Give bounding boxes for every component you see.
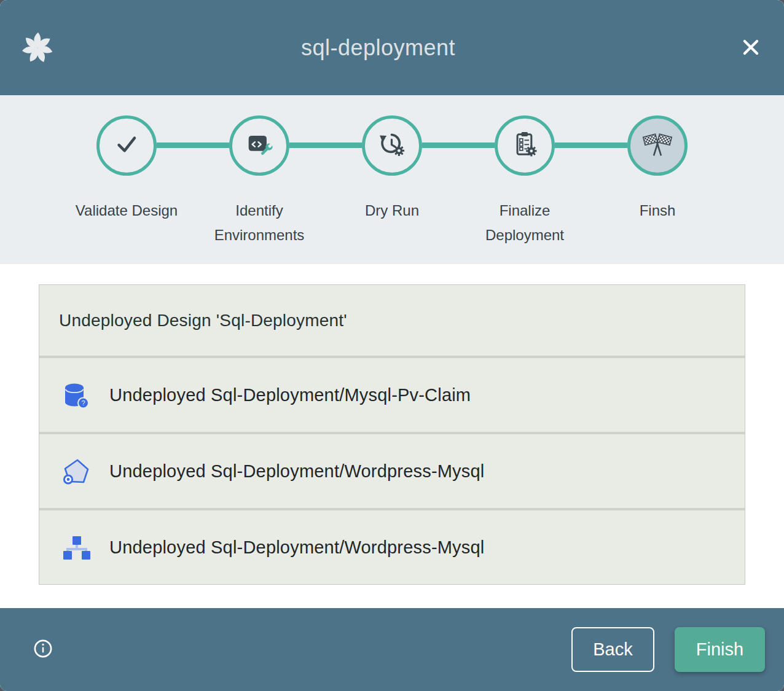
close-icon xyxy=(737,34,764,63)
svg-text:?: ? xyxy=(81,399,85,407)
list-item: Undeployed Sql-Deployment/Wordpress-Mysq… xyxy=(39,510,745,584)
panel-header-text: Undeployed Design 'Sql-Deployment' xyxy=(59,311,347,330)
list-item: Undeployed Sql-Deployment/Wordpress-Mysq… xyxy=(39,434,745,508)
step-finish: Finsh xyxy=(591,115,724,248)
info-button[interactable] xyxy=(29,636,57,663)
titlebar: sql-deployment xyxy=(0,0,784,95)
step-validate-design: Validate Design xyxy=(60,115,193,248)
pentagon-pod-icon xyxy=(61,456,90,486)
step-circle xyxy=(229,115,289,176)
step-circle xyxy=(362,115,422,176)
checkered-flags-icon xyxy=(641,128,673,163)
list-item: ? Undeployed Sql-Deployment/Mysql-Pv-Cla… xyxy=(39,358,745,432)
step-label: Finsh xyxy=(640,198,676,223)
step-circle xyxy=(495,115,555,176)
step-dry-run: Dry Run xyxy=(326,115,458,248)
step-circle xyxy=(627,115,688,176)
resource-tree-icon xyxy=(61,533,90,562)
meshery-pinwheel-logo-icon xyxy=(19,29,56,66)
step-identify-environments: Identify Environments xyxy=(193,115,326,248)
back-button[interactable]: Back xyxy=(571,627,654,672)
step-label: Dry Run xyxy=(365,198,419,223)
history-gear-icon xyxy=(376,128,408,163)
code-window-wrench-icon xyxy=(243,128,275,163)
info-icon xyxy=(30,636,56,663)
modal-title: sql-deployment xyxy=(301,35,455,61)
deployment-wizard-modal: sql-deployment Validate Design xyxy=(0,0,784,691)
step-label: Finalize Deployment xyxy=(472,198,577,248)
footerbar: Back Finish xyxy=(0,608,784,691)
step-circle xyxy=(96,115,157,176)
list-item-text: Undeployed Sql-Deployment/Wordpress-Mysq… xyxy=(109,461,484,482)
finish-button[interactable]: Finish xyxy=(675,627,765,672)
database-icon: ? xyxy=(61,380,90,410)
undeployed-results-panel: Undeployed Design 'Sql-Deployment' ? Und… xyxy=(39,284,745,585)
deployment-stepper: Validate Design xyxy=(0,95,784,264)
check-icon xyxy=(111,128,143,163)
list-item-text: Undeployed Sql-Deployment/Wordpress-Mysq… xyxy=(109,537,484,558)
close-button[interactable] xyxy=(737,34,764,61)
step-label: Identify Environments xyxy=(207,198,312,248)
list-item-text: Undeployed Sql-Deployment/Mysql-Pv-Claim xyxy=(109,385,471,405)
clipboard-gear-icon xyxy=(509,128,541,163)
panel-header: Undeployed Design 'Sql-Deployment' xyxy=(39,285,745,356)
step-finalize-deployment: Finalize Deployment xyxy=(458,115,591,248)
results-content: Undeployed Design 'Sql-Deployment' ? Und… xyxy=(0,264,784,608)
step-label: Validate Design xyxy=(76,198,178,223)
